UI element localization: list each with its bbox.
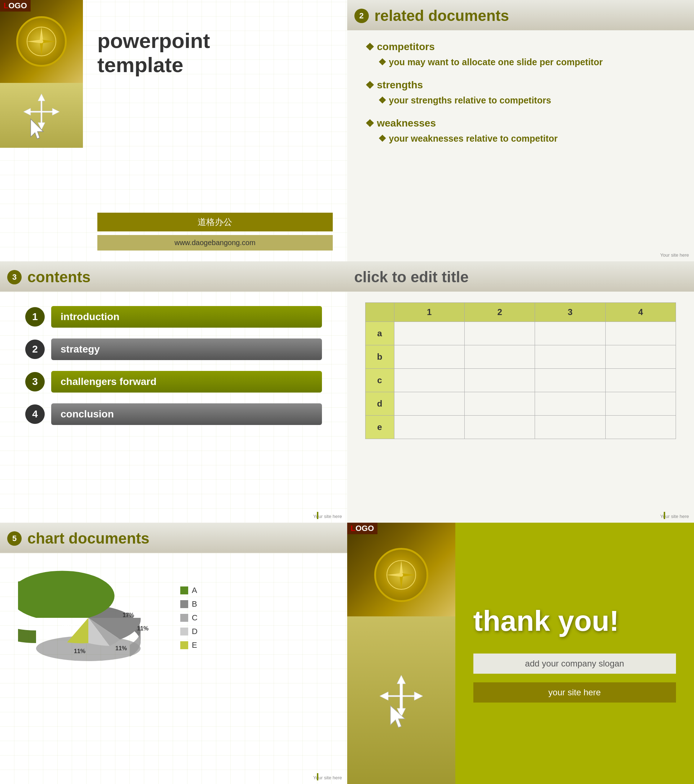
green-bar-4 [664, 512, 665, 519]
logo-text: OGO [8, 1, 27, 10]
slide4-body: 1 2 3 4 a b [347, 292, 694, 450]
slide4-header: click to edit title [347, 261, 694, 292]
row-header-a: a [365, 322, 394, 345]
input-fields: 道格办公 www.daogebangong.com [97, 212, 333, 250]
main-title: powerpoint template [97, 29, 333, 77]
slide6-logo-rest: OGO [356, 524, 374, 533]
slide5-number: 5 [7, 531, 21, 546]
compass-decoration [16, 16, 67, 67]
slide6-compass-bg [347, 523, 455, 616]
table-header-row: 1 2 3 4 [365, 303, 676, 322]
legend-label-a: A [192, 586, 197, 595]
slide3-number: 3 [7, 270, 21, 284]
legend-color-a [180, 586, 188, 595]
cell-a1 [394, 322, 464, 345]
slide-4: click to edit title 1 2 3 4 a [347, 261, 694, 523]
pie-label-a: 50% [62, 621, 75, 628]
bullet-sub-strengths: ❖your strengths relative to competitors [365, 94, 676, 107]
slide1-right: powerpoint template 道格办公 www.daogebangon… [83, 7, 347, 261]
menu-bar-4: conclusion [51, 404, 322, 425]
input-url[interactable]: www.daogebangong.com [97, 235, 333, 250]
menu-item-2: 2 strategy [25, 338, 322, 360]
cell-c1 [394, 369, 464, 392]
cell-e1 [394, 416, 464, 439]
cell-b3 [535, 345, 605, 369]
title-line1: powerpoint [97, 29, 333, 53]
table-row-a: a [365, 322, 676, 345]
pie-chart-container: 50% 17% 11% 11% 11% [18, 564, 162, 672]
site-here-6: your site here [473, 682, 676, 703]
pie-label-b: 17% [123, 612, 134, 618]
cell-e3 [535, 416, 605, 439]
cell-d1 [394, 392, 464, 416]
th-empty [365, 303, 394, 322]
row-header-b: b [365, 345, 394, 369]
legend-color-b [180, 600, 188, 608]
slide6-cursor-area [347, 616, 455, 784]
legend-item-d: D [180, 627, 198, 636]
th-col2: 2 [464, 303, 535, 322]
legend-item-b: B [180, 600, 198, 609]
slide6-compass [374, 548, 428, 602]
slide5-body: 50% 17% 11% 11% 11% A B C D [0, 553, 347, 683]
slide-1: LOGO powerpoint template [0, 0, 347, 261]
bullet-main-weaknesses: ❖weaknesses [365, 117, 676, 129]
green-bar-5 [317, 773, 318, 781]
svg-marker-1 [40, 27, 43, 41]
legend-label-d: D [192, 627, 198, 636]
slide2-header: 2 related documents [347, 0, 694, 30]
legend-label-b: B [192, 600, 197, 609]
svg-marker-2 [40, 41, 43, 56]
logo-bar: LOGO [0, 0, 31, 12]
svg-marker-11 [399, 575, 403, 590]
cell-c4 [605, 369, 676, 392]
pie-chart: 50% 17% 11% 11% 11% [18, 564, 162, 672]
cell-c2 [464, 369, 535, 392]
input-chinese[interactable]: 道格办公 [97, 212, 333, 231]
bullet-main-strengths: ❖strengths [365, 79, 676, 91]
table-row-b: b [365, 345, 676, 369]
legend-item-a: A [180, 586, 198, 595]
slide-6: LOGO thank you! add your company slogan … [347, 523, 694, 784]
svg-marker-15 [380, 675, 423, 717]
legend-item-e: E [180, 641, 198, 650]
cell-d4 [605, 392, 676, 416]
slide6-logo: LOGO [347, 523, 378, 534]
cell-d3 [535, 392, 605, 416]
cell-b1 [394, 345, 464, 369]
menu-item-4: 4 conclusion [25, 404, 322, 425]
cell-c3 [535, 369, 605, 392]
cell-e2 [464, 416, 535, 439]
slide4-title: click to edit title [354, 268, 684, 286]
row-header-e: e [365, 416, 394, 439]
cell-a4 [605, 322, 676, 345]
menu-item-1: 1 introduction [25, 306, 322, 328]
bullet-main-competitors: ❖competitors [365, 41, 676, 53]
menu-bar-1: introduction [51, 306, 322, 328]
th-col4: 4 [605, 303, 676, 322]
menu-bar-2: strategy [51, 338, 322, 360]
svg-marker-13 [401, 573, 416, 577]
slide3-body: 1 introduction 2 strategy 3 challengers … [0, 292, 347, 450]
cursor-area [0, 83, 83, 148]
title-line2: template [97, 53, 333, 77]
legend-item-c: C [180, 613, 198, 623]
menu-bar-3: challengers forward [51, 371, 322, 392]
slide3-header: 3 contents [0, 261, 347, 292]
slide-number: 2 [354, 9, 369, 23]
svg-marker-6 [23, 94, 59, 130]
slide6-right: thank you! add your company slogan your … [455, 523, 694, 784]
svg-marker-4 [41, 40, 56, 43]
slide6-arrows-icon [369, 672, 434, 729]
legend-label-c: C [192, 613, 198, 623]
svg-marker-3 [27, 40, 41, 43]
cell-b2 [464, 345, 535, 369]
section-weaknesses: ❖weaknesses ❖your weaknesses relative to… [365, 117, 676, 145]
legend-label-e: E [192, 641, 197, 650]
row-header-c: c [365, 369, 394, 392]
table-row-e: e [365, 416, 676, 439]
chart-legend: A B C D E [180, 586, 198, 650]
thank-you-text: thank you! [473, 604, 676, 637]
svg-point-14 [399, 573, 403, 577]
compass-icon [25, 25, 58, 58]
